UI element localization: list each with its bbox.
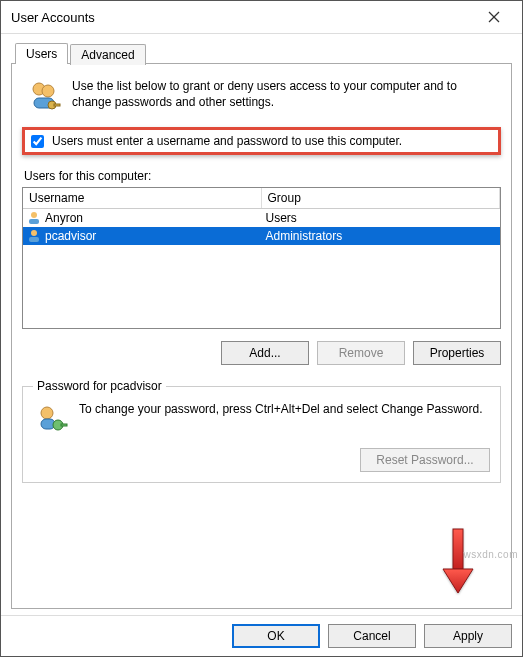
user-accounts-window: User Accounts Users Advanced	[0, 0, 523, 657]
tabstrip: Users Advanced	[11, 42, 512, 63]
close-button[interactable]	[474, 3, 514, 31]
cell-username: pcadvisor	[45, 229, 96, 243]
cell-group: Administrators	[266, 229, 343, 243]
password-text: To change your password, press Ctrl+Alt+…	[79, 401, 490, 440]
ok-button[interactable]: OK	[232, 624, 320, 648]
users-button-row: Add... Remove Properties	[22, 341, 501, 365]
remove-button: Remove	[317, 341, 405, 365]
user-icon	[27, 211, 41, 225]
dialog-body: Users Advanced Use the list below to gra…	[1, 34, 522, 615]
svg-rect-8	[29, 219, 39, 224]
users-keys-icon	[26, 78, 62, 117]
column-username[interactable]: Username	[23, 188, 262, 208]
require-login-label: Users must enter a username and password…	[52, 134, 402, 148]
svg-rect-14	[61, 424, 67, 426]
password-fieldset: Password for pcadvisor To change your pa…	[22, 379, 501, 483]
svg-point-11	[41, 407, 53, 419]
properties-button[interactable]: Properties	[413, 341, 501, 365]
require-login-row[interactable]: Users must enter a username and password…	[22, 127, 501, 155]
column-group[interactable]: Group	[262, 188, 501, 208]
tab-advanced[interactable]: Advanced	[70, 44, 145, 65]
close-icon	[488, 11, 500, 23]
tab-panel-users: Use the list below to grant or deny user…	[11, 63, 512, 609]
titlebar: User Accounts	[1, 1, 522, 34]
users-table-header: Username Group	[23, 188, 500, 209]
user-icon	[27, 229, 41, 243]
reset-password-button: Reset Password...	[360, 448, 490, 472]
users-list-heading: Users for this computer:	[24, 169, 499, 183]
cell-group: Users	[266, 211, 297, 225]
svg-point-9	[31, 230, 37, 236]
table-row[interactable]: pcadvisor Administrators	[23, 227, 500, 245]
intro-text: Use the list below to grant or deny user…	[72, 78, 497, 117]
password-key-icon	[33, 401, 69, 440]
svg-rect-6	[54, 104, 60, 106]
cell-username: Anyron	[45, 211, 83, 225]
tab-advanced-label: Advanced	[81, 48, 134, 62]
password-legend: Password for pcadvisor	[33, 379, 166, 393]
svg-point-7	[31, 212, 37, 218]
intro-row: Use the list below to grant or deny user…	[22, 74, 501, 127]
table-row[interactable]: Anyron Users	[23, 209, 500, 227]
cancel-button[interactable]: Cancel	[328, 624, 416, 648]
svg-point-3	[42, 85, 54, 97]
dialog-button-row: OK Cancel Apply	[1, 615, 522, 656]
users-table[interactable]: Username Group Anyron Users	[22, 187, 501, 329]
add-button[interactable]: Add...	[221, 341, 309, 365]
window-title: User Accounts	[11, 10, 474, 25]
tab-users-label: Users	[26, 47, 57, 61]
watermark: wsxdn.com	[463, 549, 518, 560]
svg-rect-10	[29, 237, 39, 242]
require-login-checkbox[interactable]	[31, 135, 44, 148]
tab-users[interactable]: Users	[15, 43, 68, 64]
apply-button[interactable]: Apply	[424, 624, 512, 648]
